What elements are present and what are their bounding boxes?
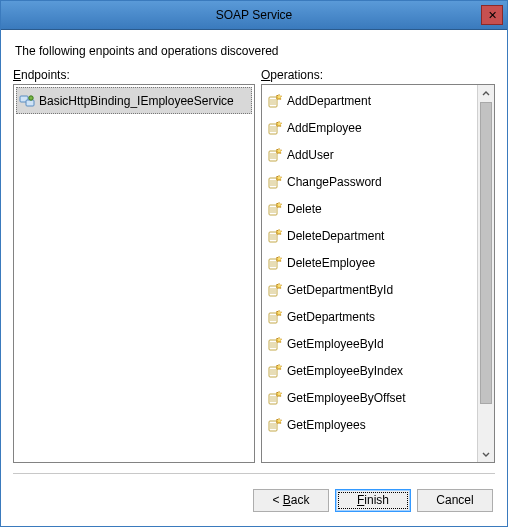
- close-button[interactable]: ✕: [481, 5, 503, 25]
- content-area: The following enpoints and operations di…: [1, 30, 507, 474]
- operation-icon: [267, 309, 283, 325]
- operation-item[interactable]: Delete: [264, 195, 475, 222]
- operation-label: AddUser: [287, 148, 334, 162]
- operation-label: DeleteEmployee: [287, 256, 375, 270]
- operation-icon: [267, 417, 283, 433]
- chevron-down-icon: [482, 450, 490, 458]
- scroll-thumb[interactable]: [480, 102, 492, 404]
- operations-listbox[interactable]: AddDepartmentAddEmployeeAddUserChangePas…: [261, 84, 495, 463]
- operation-icon: [267, 282, 283, 298]
- operation-icon: [267, 120, 283, 136]
- operation-icon: [267, 390, 283, 406]
- endpoint-icon: [19, 93, 35, 109]
- close-icon: ✕: [488, 9, 497, 22]
- operation-item[interactable]: AddUser: [264, 141, 475, 168]
- operation-item[interactable]: GetEmployeeById: [264, 330, 475, 357]
- operation-item[interactable]: GetDepartmentById: [264, 276, 475, 303]
- operation-icon: [267, 255, 283, 271]
- operation-label: GetEmployeeById: [287, 337, 384, 351]
- intro-text: The following enpoints and operations di…: [13, 40, 495, 68]
- operation-label: AddEmployee: [287, 121, 362, 135]
- endpoint-item[interactable]: BasicHttpBinding_IEmployeeService: [16, 87, 252, 114]
- operation-item[interactable]: GetEmployeeByIndex: [264, 357, 475, 384]
- operation-item[interactable]: ChangePassword: [264, 168, 475, 195]
- operation-icon: [267, 174, 283, 190]
- operation-icon: [267, 228, 283, 244]
- operation-icon: [267, 336, 283, 352]
- columns: Endpoints: BasicHttpBinding_IEmployeeSer…: [13, 68, 495, 463]
- svg-point-2: [29, 95, 33, 99]
- operations-column: Operations: AddDepartmentAddEmployeeAddU…: [261, 68, 495, 463]
- operation-icon: [267, 147, 283, 163]
- operation-icon: [267, 363, 283, 379]
- operation-label: GetEmployeeByOffset: [287, 391, 406, 405]
- dialog-window: SOAP Service ✕ The following enpoints an…: [0, 0, 508, 527]
- cancel-button[interactable]: Cancel: [417, 489, 493, 512]
- operation-label: GetEmployeeByIndex: [287, 364, 403, 378]
- back-button[interactable]: < Back: [253, 489, 329, 512]
- operation-icon: [267, 201, 283, 217]
- operations-label: Operations:: [261, 68, 495, 84]
- operation-item[interactable]: GetEmployeeByOffset: [264, 384, 475, 411]
- svg-rect-1: [26, 100, 34, 106]
- operation-label: AddDepartment: [287, 94, 371, 108]
- operation-icon: [267, 93, 283, 109]
- chevron-up-icon: [482, 90, 490, 98]
- scrollbar[interactable]: [477, 85, 494, 462]
- titlebar: SOAP Service ✕: [1, 1, 507, 30]
- finish-button[interactable]: Finish: [335, 489, 411, 512]
- operation-item[interactable]: GetDepartments: [264, 303, 475, 330]
- operation-item[interactable]: DeleteDepartment: [264, 222, 475, 249]
- operation-item[interactable]: GetEmployees: [264, 411, 475, 438]
- operation-label: Delete: [287, 202, 322, 216]
- window-title: SOAP Service: [216, 8, 292, 22]
- operation-label: GetDepartments: [287, 310, 375, 324]
- scroll-track[interactable]: [478, 102, 494, 445]
- scroll-down-button[interactable]: [478, 445, 494, 462]
- operation-label: ChangePassword: [287, 175, 382, 189]
- endpoints-label: Endpoints:: [13, 68, 255, 84]
- scroll-up-button[interactable]: [478, 85, 494, 102]
- operation-item[interactable]: AddDepartment: [264, 87, 475, 114]
- button-row: < Back Finish Cancel: [1, 474, 507, 526]
- endpoints-listbox[interactable]: BasicHttpBinding_IEmployeeService: [13, 84, 255, 463]
- endpoint-label: BasicHttpBinding_IEmployeeService: [39, 94, 234, 108]
- endpoints-column: Endpoints: BasicHttpBinding_IEmployeeSer…: [13, 68, 255, 463]
- operation-label: DeleteDepartment: [287, 229, 384, 243]
- operation-item[interactable]: DeleteEmployee: [264, 249, 475, 276]
- operation-label: GetEmployees: [287, 418, 366, 432]
- operation-item[interactable]: AddEmployee: [264, 114, 475, 141]
- operation-label: GetDepartmentById: [287, 283, 393, 297]
